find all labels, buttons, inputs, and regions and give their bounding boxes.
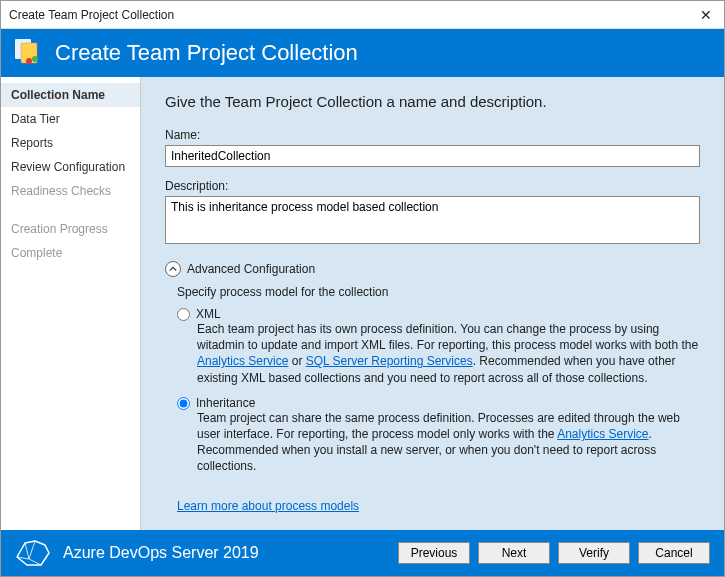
product-name: Azure DevOps Server 2019 [63,544,390,562]
analytics-service-link[interactable]: Analytics Service [197,354,288,368]
header-banner: Create Team Project Collection [1,29,724,77]
advanced-configuration-label: Advanced Configuration [187,262,315,276]
inheritance-label: Inheritance [196,396,255,410]
close-icon[interactable]: ✕ [696,7,716,23]
svg-point-2 [32,56,38,62]
sidebar-item-reports[interactable]: Reports [1,131,140,155]
previous-button[interactable]: Previous [398,542,470,564]
sidebar-item-data-tier[interactable]: Data Tier [1,107,140,131]
wizard-main: Give the Team Project Collection a name … [141,77,724,530]
description-label: Description: [165,179,700,193]
description-input[interactable] [165,196,700,244]
advanced-toggle-icon[interactable] [165,261,181,277]
sidebar-item-complete: Complete [1,241,140,265]
collection-icon [15,39,43,67]
xml-description: Each team project has its own process de… [197,321,700,386]
specify-process-label: Specify process model for the collection [177,285,700,299]
wizard-sidebar: Collection Name Data Tier Reports Review… [1,77,141,530]
cancel-button[interactable]: Cancel [638,542,710,564]
sidebar-item-collection-name[interactable]: Collection Name [1,83,140,107]
wizard-body: Collection Name Data Tier Reports Review… [1,77,724,530]
ssrs-link[interactable]: SQL Server Reporting Services [306,354,473,368]
azure-devops-icon [15,539,51,567]
titlebar: Create Team Project Collection ✕ [1,1,724,29]
footer-bar: Azure DevOps Server 2019 Previous Next V… [1,530,724,576]
sidebar-item-readiness-checks: Readiness Checks [1,179,140,203]
header-title: Create Team Project Collection [55,40,358,66]
verify-button[interactable]: Verify [558,542,630,564]
page-heading: Give the Team Project Collection a name … [165,93,700,110]
inheritance-description: Team project can share the same process … [197,410,700,475]
name-input[interactable] [165,145,700,167]
analytics-service-link-2[interactable]: Analytics Service [557,427,648,441]
window-title: Create Team Project Collection [9,8,696,22]
sidebar-item-review-configuration[interactable]: Review Configuration [1,155,140,179]
xml-label: XML [196,307,221,321]
next-button[interactable]: Next [478,542,550,564]
svg-point-3 [26,58,32,64]
wizard-window: Create Team Project Collection ✕ Create … [0,0,725,577]
sidebar-item-creation-progress: Creation Progress [1,217,140,241]
learn-more-link[interactable]: Learn more about process models [177,499,359,513]
process-model-xml-radio[interactable] [177,308,190,321]
name-label: Name: [165,128,700,142]
process-model-inheritance-radio[interactable] [177,397,190,410]
